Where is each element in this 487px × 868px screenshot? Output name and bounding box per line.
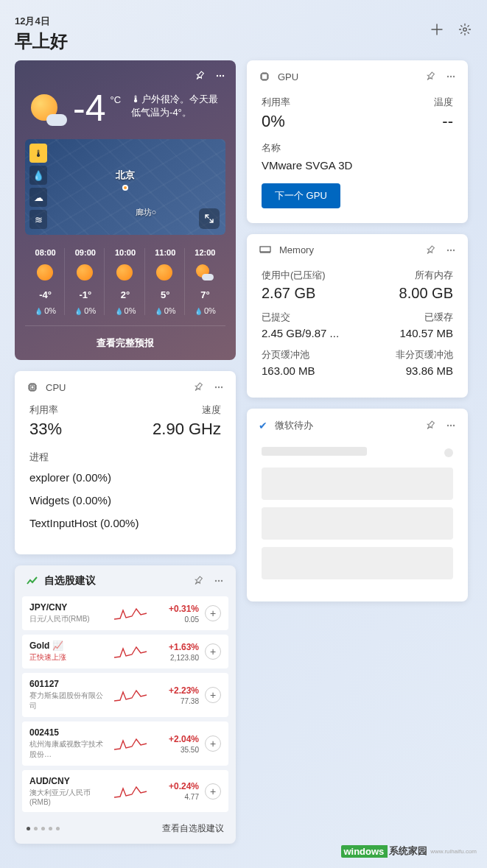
more-icon[interactable]	[446, 71, 456, 82]
forecast-item[interactable]: 12:007°💧0%	[186, 248, 224, 315]
forecast-item[interactable]: 09:00-1°💧0%	[66, 248, 105, 315]
pin-icon[interactable]	[425, 420, 435, 431]
stock-change: +0.24%	[154, 781, 199, 791]
stock-change: +2.23%	[154, 685, 199, 696]
forecast-time: 12:00	[188, 248, 223, 257]
expand-map-button[interactable]	[199, 208, 220, 229]
forecast-time: 11:00	[148, 248, 183, 257]
svg-rect-12	[262, 74, 267, 80]
pagination-dots[interactable]	[27, 827, 60, 830]
map-tool-temperature[interactable]: 🌡	[29, 144, 47, 163]
gpu-chip-icon	[259, 71, 270, 82]
map-tool-cloud[interactable]: ☁	[29, 188, 47, 207]
forecast-time: 09:00	[68, 248, 102, 257]
stock-price: 0.05	[154, 615, 199, 624]
skeleton-placeholder	[262, 547, 453, 579]
sparkline-icon	[113, 604, 148, 622]
temperature-unit: °C	[110, 94, 121, 105]
pin-icon[interactable]	[195, 71, 205, 81]
stock-change: +0.31%	[154, 604, 199, 614]
cpu-speed-value: 2.90 GHz	[153, 420, 221, 439]
weather-widget: -4 °C 🌡户外很冷。今天最低气温为-4°。 🌡 💧 ☁ ≋ 北京 廊坊○ 0…	[15, 60, 236, 360]
stock-change: +1.63%	[154, 642, 199, 652]
more-icon[interactable]	[446, 420, 456, 431]
stock-change: +2.04%	[154, 734, 199, 744]
pin-icon[interactable]	[193, 382, 203, 392]
stock-row[interactable]: Gold 📈正快速上涨+1.63%2,123.80+	[22, 635, 228, 668]
svg-rect-5	[31, 386, 34, 389]
svg-point-15	[453, 76, 455, 77]
weather-condition-icon	[28, 90, 69, 130]
add-stock-button[interactable]: +	[205, 783, 221, 800]
next-gpu-button[interactable]: 下一个 GPU	[262, 183, 340, 208]
mem-commit-label: 已提交	[262, 311, 290, 324]
city-main-label: 北京	[116, 169, 135, 191]
pin-icon[interactable]	[425, 245, 435, 255]
forecast-precip: 💧0%	[188, 306, 223, 315]
add-stock-button[interactable]: +	[205, 643, 221, 660]
svg-point-2	[220, 75, 221, 77]
forecast-item[interactable]: 10:002°💧0%	[106, 248, 144, 315]
view-full-forecast-link[interactable]: 查看完整预报	[25, 325, 225, 360]
more-icon[interactable]	[215, 71, 225, 81]
svg-point-6	[215, 387, 217, 388]
forecast-precip: 💧0%	[68, 306, 102, 315]
more-icon[interactable]	[214, 576, 224, 586]
todo-title: 微软待办	[275, 419, 313, 432]
sparkline-icon	[113, 643, 148, 660]
add-stock-button[interactable]: +	[205, 687, 221, 703]
sun-icon	[37, 264, 55, 282]
process-item: Widgets (0.00%)	[29, 494, 221, 507]
cpu-util-label: 利用率	[29, 403, 58, 417]
forecast-time: 10:00	[108, 248, 142, 257]
pin-icon[interactable]	[425, 71, 435, 82]
memory-widget: Memory 使用中(已压缩)所有内存 2.67 GB8.00 GB 已提交已缓…	[247, 234, 468, 398]
mem-nonpaged-label: 非分页缓冲池	[396, 348, 453, 361]
process-item: explorer (0.00%)	[29, 471, 221, 484]
pin-icon[interactable]	[193, 576, 203, 586]
forecast-temp: 2°	[108, 289, 142, 300]
forecast-item[interactable]: 11:005°💧0%	[147, 248, 185, 315]
stock-price: 35.50	[154, 746, 199, 754]
forecast-temp: 7°	[188, 289, 223, 300]
svg-point-11	[221, 580, 223, 582]
stock-name: 赛力斯集团股份有限公司	[29, 691, 107, 711]
stock-row[interactable]: JPY/CNY日元/人民币(RMB)+0.31%0.05+	[22, 596, 228, 630]
add-stock-button[interactable]: +	[205, 605, 221, 621]
stock-row[interactable]: 002415杭州海康威视数字技术股份…+2.04%35.50+	[22, 721, 228, 766]
skeleton-placeholder	[444, 448, 453, 457]
more-icon[interactable]	[446, 245, 456, 255]
forecast-temp: -4°	[28, 289, 63, 300]
weather-map[interactable]: 🌡 💧 ☁ ≋ 北京 廊坊○	[25, 139, 225, 235]
sparkline-icon	[113, 686, 148, 704]
skeleton-placeholder	[262, 467, 453, 500]
gpu-temp-value: --	[442, 112, 453, 131]
stock-price: 77.38	[154, 697, 199, 705]
gpu-widget: GPU 利用率 温度 0% -- 名称 VMware SVGA 3D 下一	[247, 60, 468, 223]
svg-point-21	[450, 425, 452, 426]
svg-point-18	[450, 249, 452, 250]
add-stock-button[interactable]: +	[205, 735, 221, 752]
mem-cached-label: 已缓存	[424, 311, 453, 324]
svg-point-9	[215, 580, 217, 582]
stock-name: 澳大利亚元/人民币(RMB)	[29, 788, 107, 806]
stock-name: 日元/人民币(RMB)	[29, 614, 107, 624]
stock-row[interactable]: AUD/CNY澳大利亚元/人民币(RMB)+0.24%4.77+	[22, 770, 228, 812]
cpu-speed-label: 速度	[202, 403, 221, 417]
forecast-precip: 💧0%	[148, 306, 183, 315]
add-widget-button[interactable]	[430, 22, 444, 37]
forecast-precip: 💧0%	[108, 306, 142, 315]
map-tool-precipitation[interactable]: 💧	[29, 166, 47, 185]
cpu-widget: CPU 利用率 速度 33% 2.90 GHz 进程 explorer (0.0…	[15, 371, 236, 554]
svg-point-22	[453, 425, 455, 426]
process-item: TextInputHost (0.00%)	[29, 517, 221, 529]
map-tool-wind[interactable]: ≋	[29, 210, 47, 229]
more-icon[interactable]	[214, 382, 224, 392]
forecast-item[interactable]: 08:00-4°💧0%	[27, 248, 65, 315]
stocks-widget: 自选股建议 JPY/CNY日元/人民币(RMB)+0.31%0.05+Gold …	[15, 565, 236, 844]
stock-symbol: 002415	[29, 727, 107, 738]
gpu-temp-label: 温度	[434, 96, 453, 109]
view-stock-suggestions-link[interactable]: 查看自选股建议	[162, 822, 224, 835]
settings-button[interactable]	[458, 22, 472, 37]
stock-row[interactable]: 601127赛力斯集团股份有限公司+2.23%77.38+	[22, 673, 228, 717]
